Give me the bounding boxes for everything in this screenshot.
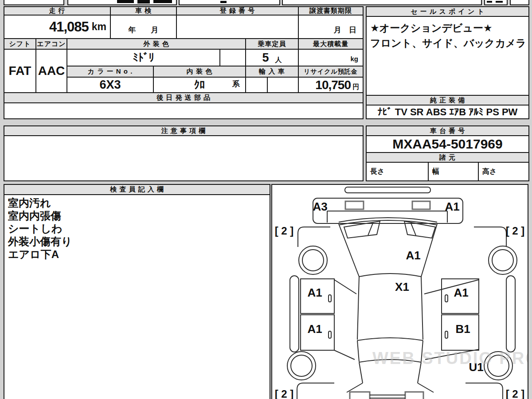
damage-marker-front-left-corner: [ 2 ] [275, 225, 294, 237]
import-header: 輸 入 車 [245, 66, 299, 78]
mileage-number: 41,085 [49, 19, 89, 35]
recycle-deposit-value: 10,750 円 [298, 77, 364, 93]
interior-color-suffix: 系 [232, 79, 240, 89]
shift-value: FAT [4, 49, 36, 93]
cutoff-row-box [179, 0, 280, 5]
damage-marker-right-front-door: A1 [454, 286, 468, 299]
clipped-text-fragment [117, 0, 134, 3]
inspector-note-line: エアロ下A [8, 248, 266, 261]
license-plate-area [345, 201, 364, 209]
rear-bumper-left-piece [350, 392, 370, 399]
sales-point-header: セ ー ル ス ポ イ ン ト [366, 6, 529, 17]
front-right-wheel [489, 246, 517, 274]
roof [357, 277, 423, 340]
damage-marker-front-bumper-right: A1 [445, 200, 459, 213]
max-load-value: kg [298, 49, 364, 66]
rear-right-wheel [484, 352, 512, 380]
clipped-text-fragment [487, 1, 492, 3]
left-sill [290, 276, 299, 352]
car-top-view-diagram: A3 A1 [ 2 ] [ 2 ] A1 X1 A1 A1 A1 B1 U1 [… [272, 185, 528, 399]
damage-marker-rear-left-corner: [ 2 ] [275, 388, 294, 399]
auction-sheet: 走 行 車 検 登 録 番 号 譲渡書類期限 41,085 km 年 月 月 日… [0, 0, 532, 399]
import-value-cell [245, 77, 268, 93]
front-left-fender [298, 227, 330, 247]
aircon-value: AAC [35, 49, 67, 93]
exterior-color-header: 外 装 色 [66, 38, 246, 50]
recycle-deposit-number: 10,750 [315, 78, 351, 92]
recycle-deposit-header: リサイクル預託金 [298, 66, 364, 78]
caution-body [4, 135, 364, 181]
sales-point-body: ★オークションデビュー★ フロント、サイド、バックカメラ [366, 16, 529, 96]
rear-window [357, 340, 423, 362]
caution-header: 注 意 事 項 欄 [4, 125, 364, 136]
later-parts-value [4, 102, 364, 119]
clipped-text-fragment [496, 1, 503, 3]
damage-marker-rear-right-corner: [ 2 ] [506, 388, 525, 399]
mileage-value: 41,085 km [4, 15, 111, 39]
sales-point-line: フロント、サイド、バックカメラ [370, 35, 525, 51]
clipped-text-fragment [153, 0, 172, 3]
windshield [339, 224, 437, 277]
damage-marker-right-rear-door: B1 [455, 322, 470, 336]
rear-right-fender [466, 383, 503, 399]
equipment-value: ﾅﾋﾞ TV SR ABS ｴｱB ｱﾙﾐ PS PW [366, 105, 529, 119]
exterior-color-text: ﾐﾄﾞﾘ [133, 51, 154, 64]
damage-marker-front-right-corner: [ 2 ] [506, 225, 525, 237]
chassis-value: MXAA54-5017969 [366, 135, 529, 153]
door-handle [329, 331, 331, 338]
dimension-height-cell: 高さ [478, 162, 529, 181]
inspector-note-line: 室内汚れ [8, 196, 266, 209]
color-no-header: カ ラ ー N o . [66, 66, 154, 78]
capacity-value: 5 人 [245, 49, 299, 66]
damage-marker-front-bumper-left: A3 [313, 200, 327, 213]
mileage-unit: km [92, 21, 106, 33]
shaken-value: 年 月 [110, 15, 177, 39]
registration-value [176, 15, 299, 39]
transfer-deadline-header: 譲渡書類期限 [298, 6, 364, 16]
exterior-color-extra-cell [219, 49, 246, 66]
sales-point-line: ★オークションデビュー★ [370, 20, 525, 35]
mileage-header: 走 行 [4, 6, 111, 16]
max-load-header: 最大積載量 [298, 38, 364, 50]
clipped-text-fragment [137, 0, 150, 4]
cutoff-row-box [282, 0, 482, 5]
rear-left-fender [297, 383, 334, 399]
damage-marker-hood: A1 [406, 249, 420, 262]
capacity-number: 5 [262, 51, 269, 65]
interior-color-value: ｸﾛ 系 [153, 77, 246, 93]
front-right-fender [474, 227, 506, 247]
damage-marker-rear-right-quarter: U1 [469, 360, 483, 374]
shift-header: シフト [4, 38, 36, 50]
door-handle [329, 295, 331, 302]
transfer-deadline-value: 月 日 [298, 15, 364, 39]
color-no-text: 6X3 [99, 78, 121, 92]
interior-color-header: 内 装 色 [153, 66, 246, 78]
inspector-note-line: 室内内張傷 [8, 209, 266, 222]
dimension-length-cell: 長さ [366, 162, 429, 181]
registration-header: 登 録 番 号 [176, 6, 299, 16]
interior-color-text: ｸﾛ [194, 78, 205, 91]
front-bumper-strip [345, 187, 430, 193]
door-handle [445, 331, 448, 338]
cutoff-row-box [510, 0, 529, 5]
dimensions-header: 諸 元 [366, 152, 529, 163]
later-parts-header: 後 日 発 送 部 品 [4, 92, 364, 103]
capacity-header: 乗車定員 [245, 38, 299, 50]
inspector-header: 検 査 員 記 入 欄 [4, 184, 270, 195]
clipped-text-fragment [220, 1, 227, 3]
rear-bumper-right-piece [405, 392, 423, 399]
inspector-note-line: 外装小傷有り [8, 235, 266, 248]
right-sill [506, 276, 515, 352]
color-no-value: 6X3 [66, 77, 154, 93]
door-handle [445, 295, 448, 302]
chassis-header: 車 台 番 号 [366, 125, 529, 136]
recycle-deposit-unit: 円 [352, 83, 359, 91]
inspector-body: 室内汚れ 室内内張傷 シートしわ 外装小傷有り エアロ下A [4, 194, 270, 399]
front-left-wheel [299, 246, 327, 274]
exterior-color-value: ﾐﾄﾞﾘ [66, 49, 220, 66]
inspector-note-line: シートしわ [8, 222, 266, 235]
aircon-header: エアコン [35, 38, 67, 50]
capacity-unit: 人 [275, 56, 282, 64]
rear-left-wheel [287, 352, 316, 380]
damage-marker-windshield: X1 [395, 280, 409, 293]
